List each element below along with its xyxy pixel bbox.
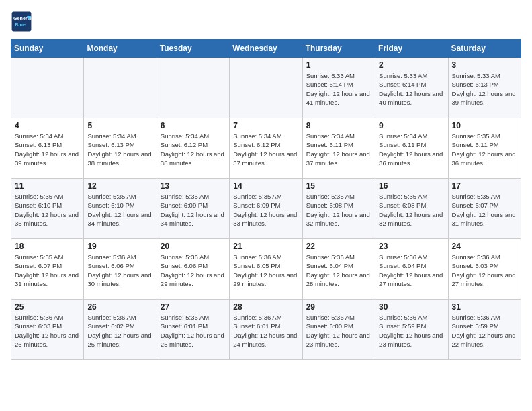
calendar-cell-w1d6: 10Sunrise: 5:35 AM Sunset: 6:11 PM Dayli… bbox=[448, 118, 521, 179]
calendar-cell-w0d1 bbox=[84, 58, 157, 118]
header-friday: Friday bbox=[375, 40, 448, 58]
day-info: Sunrise: 5:36 AM Sunset: 6:03 PM Dayligh… bbox=[452, 253, 517, 288]
calendar-cell-w3d0: 18Sunrise: 5:35 AM Sunset: 6:07 PM Dayli… bbox=[11, 239, 84, 300]
day-number: 15 bbox=[306, 181, 371, 191]
day-number: 19 bbox=[87, 242, 152, 251]
calendar-cell-w2d1: 12Sunrise: 5:35 AM Sunset: 6:10 PM Dayli… bbox=[84, 179, 157, 239]
calendar-cell-w4d0: 25Sunrise: 5:36 AM Sunset: 6:03 PM Dayli… bbox=[11, 300, 84, 360]
day-info: Sunrise: 5:35 AM Sunset: 6:11 PM Dayligh… bbox=[452, 132, 517, 167]
page-header: General Blue bbox=[11, 11, 521, 32]
day-info: Sunrise: 5:35 AM Sunset: 6:08 PM Dayligh… bbox=[379, 192, 444, 228]
day-info: Sunrise: 5:36 AM Sunset: 6:05 PM Dayligh… bbox=[233, 253, 298, 288]
calendar-cell-w4d3: 28Sunrise: 5:36 AM Sunset: 6:01 PM Dayli… bbox=[230, 300, 302, 360]
day-info: Sunrise: 5:35 AM Sunset: 6:07 PM Dayligh… bbox=[452, 192, 517, 228]
header-tuesday: Tuesday bbox=[157, 40, 229, 58]
day-info: Sunrise: 5:34 AM Sunset: 6:12 PM Dayligh… bbox=[233, 132, 298, 167]
day-number: 12 bbox=[87, 181, 152, 191]
day-number: 7 bbox=[233, 121, 298, 130]
calendar-week-2: 11Sunrise: 5:35 AM Sunset: 6:10 PM Dayli… bbox=[11, 179, 521, 239]
calendar-cell-w2d6: 17Sunrise: 5:35 AM Sunset: 6:07 PM Dayli… bbox=[448, 179, 521, 239]
day-number: 8 bbox=[306, 121, 371, 130]
day-info: Sunrise: 5:35 AM Sunset: 6:09 PM Dayligh… bbox=[233, 192, 298, 228]
calendar-week-3: 18Sunrise: 5:35 AM Sunset: 6:07 PM Dayli… bbox=[11, 239, 521, 300]
calendar-cell-w4d6: 31Sunrise: 5:36 AM Sunset: 5:59 PM Dayli… bbox=[448, 300, 521, 360]
calendar-cell-w0d5: 2Sunrise: 5:33 AM Sunset: 6:14 PM Daylig… bbox=[375, 58, 448, 118]
calendar-cell-w2d0: 11Sunrise: 5:35 AM Sunset: 6:10 PM Dayli… bbox=[11, 179, 84, 239]
calendar-cell-w2d3: 14Sunrise: 5:35 AM Sunset: 6:09 PM Dayli… bbox=[230, 179, 302, 239]
day-number: 24 bbox=[452, 242, 517, 251]
logo-icon: General Blue bbox=[11, 11, 32, 32]
day-info: Sunrise: 5:35 AM Sunset: 6:10 PM Dayligh… bbox=[15, 192, 80, 228]
calendar-cell-w1d2: 6Sunrise: 5:34 AM Sunset: 6:12 PM Daylig… bbox=[157, 118, 229, 179]
day-info: Sunrise: 5:36 AM Sunset: 6:04 PM Dayligh… bbox=[306, 253, 371, 288]
header-monday: Monday bbox=[84, 40, 157, 58]
calendar-table: SundayMondayTuesdayWednesdayThursdayFrid… bbox=[11, 39, 521, 360]
day-info: Sunrise: 5:33 AM Sunset: 6:14 PM Dayligh… bbox=[306, 71, 371, 107]
day-info: Sunrise: 5:36 AM Sunset: 6:04 PM Dayligh… bbox=[379, 253, 444, 288]
day-info: Sunrise: 5:35 AM Sunset: 6:09 PM Dayligh… bbox=[161, 192, 226, 228]
calendar-cell-w1d4: 8Sunrise: 5:34 AM Sunset: 6:11 PM Daylig… bbox=[302, 118, 375, 179]
day-info: Sunrise: 5:36 AM Sunset: 6:03 PM Dayligh… bbox=[15, 313, 80, 349]
calendar-cell-w4d4: 29Sunrise: 5:36 AM Sunset: 6:00 PM Dayli… bbox=[302, 300, 375, 360]
header-thursday: Thursday bbox=[302, 40, 375, 58]
day-number: 13 bbox=[161, 181, 226, 191]
header-saturday: Saturday bbox=[448, 40, 521, 58]
day-number: 4 bbox=[15, 121, 80, 130]
day-number: 31 bbox=[452, 302, 517, 312]
calendar-cell-w1d1: 5Sunrise: 5:34 AM Sunset: 6:13 PM Daylig… bbox=[84, 118, 157, 179]
calendar-cell-w4d5: 30Sunrise: 5:36 AM Sunset: 5:59 PM Dayli… bbox=[375, 300, 448, 360]
day-info: Sunrise: 5:33 AM Sunset: 6:13 PM Dayligh… bbox=[452, 71, 517, 107]
calendar-cell-w3d4: 22Sunrise: 5:36 AM Sunset: 6:04 PM Dayli… bbox=[302, 239, 375, 300]
calendar-header-row: SundayMondayTuesdayWednesdayThursdayFrid… bbox=[11, 40, 521, 58]
calendar-cell-w2d5: 16Sunrise: 5:35 AM Sunset: 6:08 PM Dayli… bbox=[375, 179, 448, 239]
day-number: 21 bbox=[233, 242, 298, 251]
calendar-cell-w3d2: 20Sunrise: 5:36 AM Sunset: 6:06 PM Dayli… bbox=[157, 239, 229, 300]
day-number: 28 bbox=[233, 302, 298, 312]
day-number: 29 bbox=[306, 302, 371, 312]
day-number: 2 bbox=[379, 60, 444, 70]
day-info: Sunrise: 5:36 AM Sunset: 6:01 PM Dayligh… bbox=[233, 313, 298, 349]
calendar-week-4: 25Sunrise: 5:36 AM Sunset: 6:03 PM Dayli… bbox=[11, 300, 521, 360]
day-info: Sunrise: 5:36 AM Sunset: 5:59 PM Dayligh… bbox=[379, 313, 444, 349]
calendar-cell-w0d2 bbox=[157, 58, 229, 118]
logo: General Blue bbox=[11, 11, 35, 32]
day-info: Sunrise: 5:33 AM Sunset: 6:14 PM Dayligh… bbox=[379, 71, 444, 107]
day-info: Sunrise: 5:35 AM Sunset: 6:08 PM Dayligh… bbox=[306, 192, 371, 228]
day-number: 20 bbox=[161, 242, 226, 251]
day-number: 14 bbox=[233, 181, 298, 191]
day-info: Sunrise: 5:35 AM Sunset: 6:10 PM Dayligh… bbox=[87, 192, 152, 228]
calendar-cell-w2d4: 15Sunrise: 5:35 AM Sunset: 6:08 PM Dayli… bbox=[302, 179, 375, 239]
day-info: Sunrise: 5:34 AM Sunset: 6:12 PM Dayligh… bbox=[161, 132, 226, 167]
calendar-cell-w2d2: 13Sunrise: 5:35 AM Sunset: 6:09 PM Dayli… bbox=[157, 179, 229, 239]
day-number: 9 bbox=[379, 121, 444, 130]
day-info: Sunrise: 5:36 AM Sunset: 6:06 PM Dayligh… bbox=[87, 253, 152, 288]
day-number: 5 bbox=[87, 121, 152, 130]
calendar-week-0: 1Sunrise: 5:33 AM Sunset: 6:14 PM Daylig… bbox=[11, 58, 521, 118]
day-number: 6 bbox=[161, 121, 226, 130]
day-number: 26 bbox=[87, 302, 152, 312]
day-number: 25 bbox=[15, 302, 80, 312]
day-number: 16 bbox=[379, 181, 444, 191]
day-info: Sunrise: 5:36 AM Sunset: 5:59 PM Dayligh… bbox=[452, 313, 517, 349]
header-wednesday: Wednesday bbox=[230, 40, 302, 58]
calendar-cell-w3d6: 24Sunrise: 5:36 AM Sunset: 6:03 PM Dayli… bbox=[448, 239, 521, 300]
day-number: 22 bbox=[306, 242, 371, 251]
day-info: Sunrise: 5:35 AM Sunset: 6:07 PM Dayligh… bbox=[15, 253, 80, 288]
calendar-cell-w1d3: 7Sunrise: 5:34 AM Sunset: 6:12 PM Daylig… bbox=[230, 118, 302, 179]
day-number: 3 bbox=[452, 60, 517, 70]
day-info: Sunrise: 5:36 AM Sunset: 6:02 PM Dayligh… bbox=[87, 313, 152, 349]
calendar-cell-w0d0 bbox=[11, 58, 84, 118]
day-info: Sunrise: 5:36 AM Sunset: 6:06 PM Dayligh… bbox=[161, 253, 226, 288]
day-number: 18 bbox=[15, 242, 80, 251]
calendar-cell-w4d2: 27Sunrise: 5:36 AM Sunset: 6:01 PM Dayli… bbox=[157, 300, 229, 360]
day-number: 23 bbox=[379, 242, 444, 251]
day-info: Sunrise: 5:34 AM Sunset: 6:11 PM Dayligh… bbox=[379, 132, 444, 167]
calendar-cell-w0d6: 3Sunrise: 5:33 AM Sunset: 6:13 PM Daylig… bbox=[448, 58, 521, 118]
calendar-week-1: 4Sunrise: 5:34 AM Sunset: 6:13 PM Daylig… bbox=[11, 118, 521, 179]
calendar-cell-w1d5: 9Sunrise: 5:34 AM Sunset: 6:11 PM Daylig… bbox=[375, 118, 448, 179]
calendar-cell-w1d0: 4Sunrise: 5:34 AM Sunset: 6:13 PM Daylig… bbox=[11, 118, 84, 179]
calendar-cell-w0d3 bbox=[230, 58, 302, 118]
calendar-cell-w4d1: 26Sunrise: 5:36 AM Sunset: 6:02 PM Dayli… bbox=[84, 300, 157, 360]
calendar-cell-w3d5: 23Sunrise: 5:36 AM Sunset: 6:04 PM Dayli… bbox=[375, 239, 448, 300]
calendar-cell-w3d1: 19Sunrise: 5:36 AM Sunset: 6:06 PM Dayli… bbox=[84, 239, 157, 300]
